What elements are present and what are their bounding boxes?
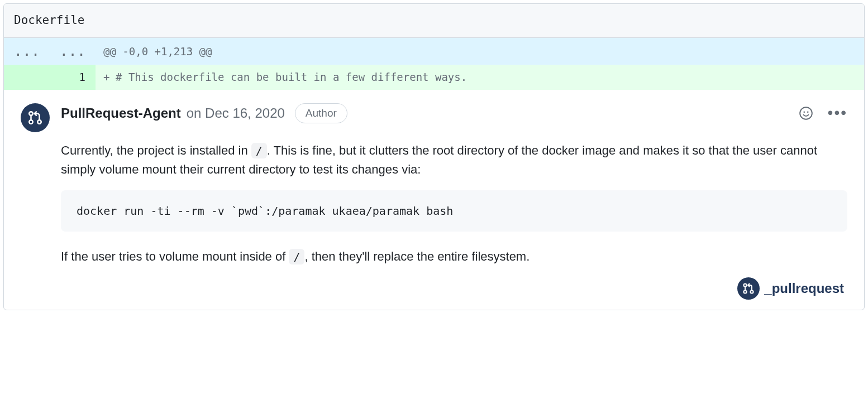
old-line-number [4,65,50,90]
svg-point-1 [29,120,33,124]
source-logo [737,277,760,300]
comment-paragraph: Currently, the project is installed in /… [61,141,847,179]
pullrequest-logo-icon [742,282,755,295]
new-line-number[interactable]: 1 [50,65,96,90]
comment-username[interactable]: PullRequest-Agent [61,103,181,123]
author-badge: Author [295,103,347,124]
comment-paragraph: If the user tries to volume mount inside… [61,247,847,266]
gutter-expand-right[interactable]: ... [50,38,96,65]
diff-line-content: +# This dockerfile can be built in a few… [96,65,864,90]
smiley-icon [799,106,813,121]
source-attribution[interactable]: _pullrequest [61,277,847,300]
comment-header: PullRequest-Agent on Dec 16, 2020 Author… [61,103,847,124]
diff-table: ... ... @@ -0,0 +1,213 @@ 1 +# This dock… [4,38,864,90]
avatar[interactable] [21,103,50,132]
gutter-expand-left[interactable]: ... [4,38,50,65]
more-actions-button[interactable]: ••• [828,108,847,118]
svg-point-8 [751,291,753,294]
hunk-header-text: @@ -0,0 +1,213 @@ [96,38,864,65]
svg-point-7 [744,291,747,294]
diff-marker-add: + [103,69,116,85]
source-label: _pullrequest [764,278,844,299]
review-comment: PullRequest-Agent on Dec 16, 2020 Author… [4,90,864,310]
add-reaction-button[interactable] [799,106,813,121]
diff-line-added: 1 +# This dockerfile can be built in a f… [4,65,864,90]
svg-point-6 [744,284,747,287]
diff-code-text: # This dockerfile can be built in a few … [116,71,467,83]
svg-point-3 [800,107,812,119]
hunk-header-row: ... ... @@ -0,0 +1,213 @@ [4,38,864,65]
file-header[interactable]: Dockerfile [4,4,864,38]
comment-timestamp[interactable]: on Dec 16, 2020 [187,103,285,123]
code-block: docker run -ti --rm -v `pwd`:/paramak uk… [61,190,847,232]
svg-point-5 [807,111,809,113]
comment-body: PullRequest-Agent on Dec 16, 2020 Author… [61,103,847,300]
comment-actions: ••• [799,106,847,121]
svg-point-2 [37,120,41,124]
diff-comment-container: Dockerfile ... ... @@ -0,0 +1,213 @@ 1 +… [3,3,865,310]
file-name: Dockerfile [14,13,84,27]
svg-point-0 [29,112,33,116]
svg-point-4 [803,111,805,113]
inline-code: / [251,143,267,158]
pullrequest-logo-icon [27,109,44,126]
inline-code: / [289,249,304,264]
